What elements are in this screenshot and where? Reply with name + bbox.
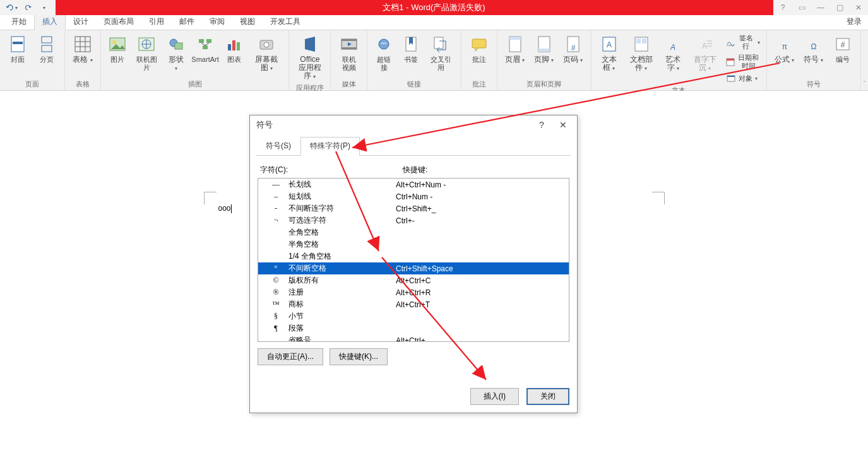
char-row[interactable]: §小节: [258, 310, 569, 322]
symbol-button[interactable]: Ω符号 ▾: [800, 33, 828, 66]
ribbon-display-options-button[interactable]: ▭: [792, 0, 811, 15]
char-row[interactable]: °不间断空格Ctrl+Shift+Space: [258, 262, 569, 274]
group-label-symbols: 符号: [771, 78, 857, 89]
autocorrect-button[interactable]: 自动更正(A)...: [258, 348, 323, 365]
char-name: 全角空格: [288, 227, 396, 238]
tab-references[interactable]: 引用: [141, 14, 172, 30]
dialog-close-button[interactable]: ✕: [556, 117, 571, 132]
help-button[interactable]: ?: [773, 0, 792, 15]
chart-button[interactable]: 图表: [222, 33, 247, 65]
margin-mark-tr: [652, 192, 665, 204]
tab-view[interactable]: 视图: [232, 14, 263, 30]
maximize-button[interactable]: ▢: [830, 0, 849, 15]
dialog-help-button[interactable]: ?: [534, 117, 549, 132]
header-button[interactable]: 页眉 ▾: [501, 33, 529, 66]
svg-rect-39: [636, 38, 641, 44]
special-char-list[interactable]: —长划线Alt+Ctrl+Num -–短划线Ctrl+Num --不间断连字符C…: [258, 178, 569, 342]
tab-developer[interactable]: 开发工具: [263, 14, 308, 30]
char-row[interactable]: ©版权所有Alt+Ctrl+C: [258, 274, 569, 286]
footer-button[interactable]: 页脚 ▾: [530, 33, 558, 66]
char-row[interactable]: –短划线Ctrl+Num -: [258, 191, 569, 203]
smartart-button[interactable]: SmartArt: [190, 33, 220, 65]
tab-insert[interactable]: 插入: [34, 13, 66, 30]
login-link[interactable]: 登录: [840, 14, 868, 30]
number-button[interactable]: #编号: [829, 33, 857, 65]
office-apps-button[interactable]: Office 应用程序 ▾: [293, 33, 326, 82]
cross-reference-button[interactable]: 交叉引用: [425, 33, 457, 73]
char-row[interactable]: ™商标Alt+Ctrl+T: [258, 298, 569, 310]
close-button[interactable]: ✕: [849, 0, 868, 15]
object-button[interactable]: 对象▾: [723, 72, 763, 85]
qat-customize-button[interactable]: ▾: [38, 1, 51, 14]
ribbon-group-apps: Office 应用程序 ▾ 应用程序: [289, 30, 331, 90]
textbox-button[interactable]: A文本框 ▾: [595, 33, 623, 74]
tab-pagelayout[interactable]: 页面布局: [96, 14, 141, 30]
char-name: 短划线: [288, 191, 396, 202]
svg-rect-2: [42, 37, 52, 43]
undo-button[interactable]: ▾: [5, 1, 18, 14]
tab-design[interactable]: 设计: [66, 14, 96, 30]
picture-button[interactable]: 图片: [105, 33, 130, 65]
tab-mailings[interactable]: 邮件: [172, 14, 202, 30]
char-symbol: ¶: [263, 324, 288, 333]
char-symbol: ©: [263, 276, 288, 285]
char-symbol: ¬: [263, 216, 288, 225]
screenshot-button[interactable]: 屏幕截图 ▾: [248, 33, 285, 74]
char-row[interactable]: -不间断连字符Ctrl+Shift+_: [258, 203, 569, 214]
tab-home[interactable]: 开始: [4, 14, 34, 30]
svg-rect-19: [232, 40, 235, 50]
char-symbol: ™: [263, 300, 288, 309]
page-text[interactable]: ooo: [218, 203, 232, 213]
dialog-tab-special-chars[interactable]: 特殊字符(P): [300, 137, 360, 156]
redo-button[interactable]: [21, 1, 34, 14]
hyperlink-button[interactable]: 超链接: [371, 33, 397, 73]
svg-text:#: #: [571, 44, 575, 52]
shapes-button[interactable]: 形状 ▾: [163, 33, 189, 74]
char-shortcut: Alt+Ctrl+Num -: [396, 180, 564, 189]
ribbon-group-tables: 表格 ▾ 表格: [65, 30, 101, 90]
char-row[interactable]: 半角空格: [258, 238, 569, 250]
quickparts-button[interactable]: 文档部件 ▾: [624, 33, 658, 74]
column-headers: 字符(C): 快捷键:: [258, 163, 569, 178]
tab-review[interactable]: 审阅: [202, 14, 232, 30]
page-number-button[interactable]: #页码 ▾: [559, 33, 587, 66]
char-name: 不间断空格: [288, 263, 396, 274]
comment-button[interactable]: 批注: [465, 33, 493, 65]
signature-line-button[interactable]: 签名行▾: [723, 33, 763, 52]
char-row[interactable]: ¬可选连字符Ctrl+-: [258, 214, 569, 226]
dropcap-button[interactable]: A首字下沉 ▾: [688, 33, 722, 74]
col-header-key: 快捷键:: [403, 165, 569, 175]
bookmark-button[interactable]: 书签: [398, 33, 424, 65]
char-row[interactable]: ¶段落: [258, 322, 569, 334]
char-shortcut: Alt+Ctrl+.: [396, 336, 564, 343]
svg-rect-4: [75, 37, 90, 52]
insert-button[interactable]: 插入(I): [470, 388, 519, 405]
close-dialog-button[interactable]: 关闭: [526, 388, 569, 405]
text-cursor: [231, 204, 232, 213]
online-video-button[interactable]: 联机视频: [335, 33, 362, 73]
equation-button[interactable]: π公式 ▾: [771, 33, 799, 66]
char-row[interactable]: 1/4 全角空格: [258, 250, 569, 262]
dialog-titlebar[interactable]: 符号 ? ✕: [250, 115, 577, 134]
wordart-button[interactable]: A艺术字 ▾: [659, 33, 687, 74]
char-name: 小节: [288, 311, 396, 322]
svg-rect-28: [434, 37, 443, 49]
cover-page-button[interactable]: 封面: [4, 33, 32, 65]
char-row[interactable]: —长划线Alt+Ctrl+Num -: [258, 179, 569, 191]
shortcut-key-button[interactable]: 快捷键(K)...: [330, 348, 388, 365]
svg-rect-3: [42, 45, 52, 52]
datetime-button[interactable]: 日期和时间: [723, 52, 763, 71]
svg-rect-18: [228, 44, 231, 50]
char-row[interactable]: 全角空格: [258, 226, 569, 238]
char-row[interactable]: …省略号Alt+Ctrl+.: [258, 334, 569, 342]
table-button[interactable]: 表格 ▾: [69, 33, 97, 66]
char-symbol: –: [263, 192, 288, 201]
dialog-tab-symbols[interactable]: 符号(S): [256, 137, 300, 155]
online-picture-button[interactable]: 联机图片: [131, 33, 162, 73]
char-name: 不间断连字符: [288, 203, 396, 214]
char-name: 半角空格: [288, 239, 396, 250]
minimize-button[interactable]: —: [811, 0, 830, 15]
collapse-ribbon-icon[interactable]: ˇ: [864, 81, 865, 88]
page-break-button[interactable]: 分页: [33, 33, 61, 65]
char-row[interactable]: ®注册Alt+Ctrl+R: [258, 286, 569, 298]
